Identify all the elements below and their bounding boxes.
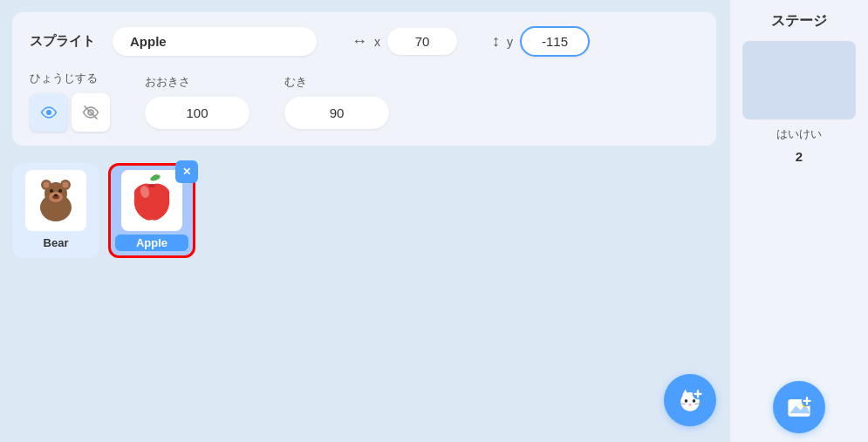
sprite-section-label: スプライト <box>30 33 95 50</box>
direction-input[interactable] <box>284 97 389 129</box>
svg-point-12 <box>58 189 62 193</box>
svg-point-22 <box>693 399 696 403</box>
x-input[interactable] <box>387 28 457 55</box>
direction-label: むき <box>284 74 389 90</box>
stage-preview <box>742 41 856 119</box>
y-input[interactable] <box>520 26 590 57</box>
sprite-list-area: Bear Apple <box>0 153 728 442</box>
sprite-info-panel: スプライト ↔ x ↕ y ひょうじする <box>12 12 716 146</box>
apple-image <box>121 170 182 231</box>
svg-point-8 <box>44 182 50 188</box>
y-arrow-icon: ↕ <box>492 32 500 51</box>
visibility-section: ひょうじする <box>30 71 110 132</box>
add-backdrop-button[interactable] <box>773 381 825 433</box>
sprite-card-bear[interactable]: Bear <box>12 163 99 258</box>
x-arrow-icon: ↔ <box>352 32 367 51</box>
svg-point-1 <box>47 111 51 115</box>
bear-image <box>25 170 86 231</box>
svg-point-11 <box>50 189 53 193</box>
x-label: x <box>374 35 380 49</box>
visibility-buttons <box>30 93 110 132</box>
backdrop-count: 2 <box>796 149 803 164</box>
x-coord-group: ↔ x <box>352 28 457 55</box>
y-coord-group: ↕ y <box>492 26 590 57</box>
direction-section: むき <box>284 74 389 129</box>
visibility-label: ひょうじする <box>30 71 110 86</box>
main-panel: スプライト ↔ x ↕ y ひょうじする <box>0 0 728 442</box>
add-sprite-button[interactable] <box>664 374 716 426</box>
svg-point-9 <box>63 182 69 188</box>
sprite-info-top: スプライト ↔ x ↕ y <box>30 26 699 57</box>
backdrop-label: はいけい <box>776 126 822 142</box>
apple-label: Apple <box>115 235 188 251</box>
apple-svg <box>126 173 178 229</box>
size-input[interactable] <box>145 97 249 129</box>
svg-point-14 <box>54 194 58 197</box>
size-section: おおきさ <box>145 74 249 129</box>
sprite-info-bottom: ひょうじする <box>30 71 699 132</box>
stage-panel: ステージ はいけい 2 <box>728 0 868 442</box>
svg-point-21 <box>685 399 688 403</box>
show-button[interactable] <box>30 93 68 132</box>
stage-title: ステージ <box>771 12 827 31</box>
svg-marker-19 <box>682 389 688 395</box>
bear-svg <box>30 174 82 227</box>
bear-label: Bear <box>19 235 92 251</box>
delete-sprite-button[interactable] <box>175 160 198 183</box>
y-label: y <box>507 35 513 49</box>
svg-point-17 <box>148 184 155 187</box>
sprite-name-input[interactable] <box>113 27 317 56</box>
size-label: おおきさ <box>145 74 249 90</box>
hide-button[interactable] <box>72 93 110 132</box>
sprite-card-apple[interactable]: Apple <box>108 163 195 258</box>
